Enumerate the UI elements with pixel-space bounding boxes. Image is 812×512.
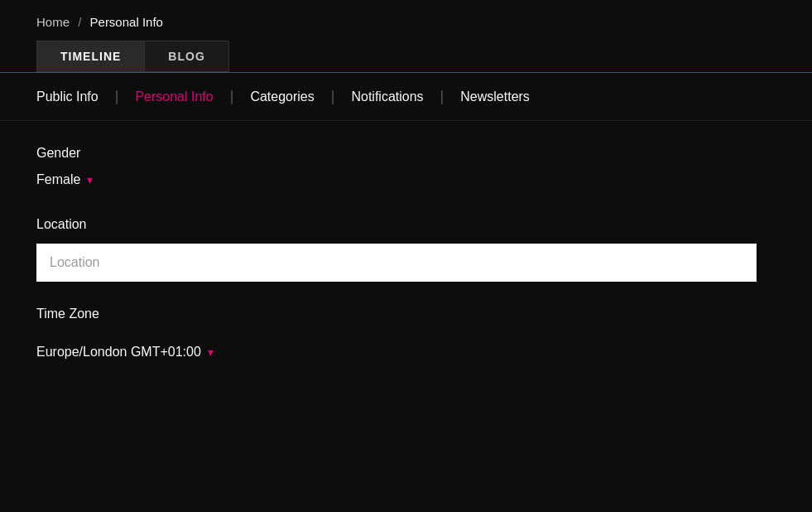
sub-navigation: Public Info | Personal Info | Categories… xyxy=(0,73,812,121)
subnav-categories[interactable]: Categories xyxy=(233,89,330,104)
timezone-value: Europe/London GMT+01:00 xyxy=(36,345,201,360)
breadcrumb-separator: / xyxy=(78,15,81,29)
location-section: Location xyxy=(36,217,776,282)
gender-section: Gender Female ▾ xyxy=(36,146,776,217)
timezone-section: Time Zone Europe/London GMT+01:00 ▾ xyxy=(36,307,776,360)
location-input[interactable] xyxy=(36,244,757,282)
timezone-dropdown[interactable]: Europe/London GMT+01:00 ▾ xyxy=(36,345,214,360)
subnav-newsletters[interactable]: Newsletters xyxy=(444,89,546,104)
tab-timeline[interactable]: TIMELINE xyxy=(36,41,144,72)
timezone-label: Time Zone xyxy=(36,307,776,321)
form-content: Gender Female ▾ Location Time Zone Europ… xyxy=(0,121,812,384)
gender-label: Gender xyxy=(36,146,776,161)
breadcrumb: Home / Personal Info xyxy=(0,0,812,41)
breadcrumb-home[interactable]: Home xyxy=(36,15,70,29)
location-label: Location xyxy=(36,217,776,232)
top-tabs: TIMELINE BLOG xyxy=(0,41,812,72)
breadcrumb-current: Personal Info xyxy=(90,15,163,29)
subnav-personal-info[interactable]: Personal Info xyxy=(118,89,229,104)
tab-blog[interactable]: BLOG xyxy=(144,41,228,72)
subnav-notifications[interactable]: Notifications xyxy=(334,89,440,104)
subnav-public-info[interactable]: Public Info xyxy=(36,89,115,104)
gender-value: Female xyxy=(36,172,80,187)
chevron-down-icon: ▾ xyxy=(208,345,214,359)
gender-dropdown[interactable]: Female ▾ xyxy=(36,172,93,187)
chevron-down-icon: ▾ xyxy=(87,173,93,186)
